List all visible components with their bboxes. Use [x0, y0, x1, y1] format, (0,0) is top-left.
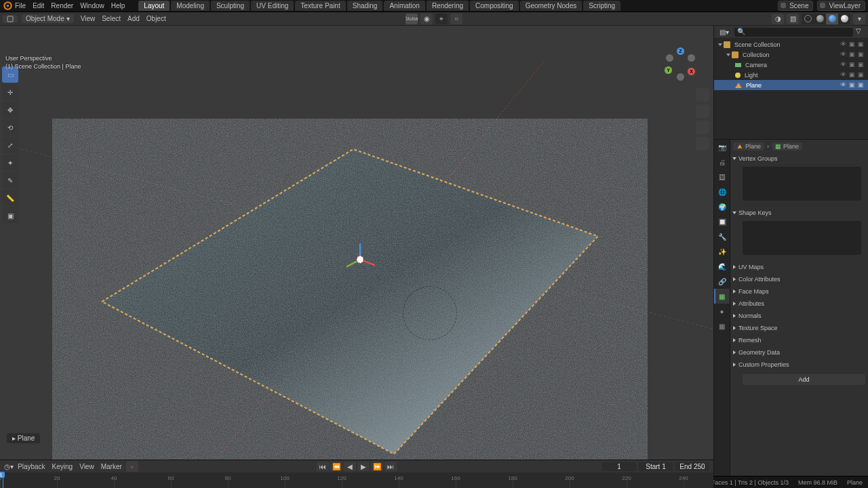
axis-z-icon[interactable]: Z	[677, 47, 684, 55]
plane-object[interactable]	[102, 149, 597, 454]
tool-scale[interactable]: ⤢	[2, 137, 18, 153]
tool-measure[interactable]: 📏	[2, 190, 18, 206]
snap-toggle[interactable]: ⌖	[435, 14, 448, 24]
viewlayer-selector[interactable]: ViewLayer	[817, 1, 865, 11]
outliner-search[interactable]: 🔍	[734, 28, 853, 37]
axis-neg-x-icon[interactable]	[666, 54, 673, 62]
prop-tab-world[interactable]: 🌍	[714, 199, 730, 214]
viewport-menu-select[interactable]: Select	[102, 15, 121, 22]
workspace-tab-uv-editing[interactable]: UV Editing	[251, 1, 294, 11]
hide-icon[interactable]: 👁	[840, 41, 848, 48]
viewport-disable-icon[interactable]: ▣	[849, 81, 856, 89]
panel-header-attributes[interactable]: Attributes	[733, 298, 865, 309]
auto-key-toggle[interactable]: ●	[126, 461, 138, 472]
outliner-item-scene-collection[interactable]: Scene Collection👁▣▣	[714, 39, 868, 49]
interaction-mode[interactable]: Object Mode ▾	[22, 14, 74, 23]
proportional-edit[interactable]: ○	[450, 14, 462, 24]
axis-neg-z-icon[interactable]	[677, 73, 684, 81]
shading-solid[interactable]	[814, 14, 826, 24]
perspective-toggle-icon[interactable]	[696, 137, 709, 150]
prop-tab-render[interactable]: 📷	[714, 140, 730, 155]
play[interactable]: ▶	[357, 462, 370, 471]
render-disable-icon[interactable]: ▣	[858, 61, 865, 68]
jump-to-end[interactable]: ⏭	[384, 462, 397, 471]
outliner-item-light[interactable]: Light👁▣▣	[714, 70, 868, 80]
jump-to-start[interactable]: ⏮	[317, 462, 329, 471]
panel-header-vertex_groups[interactable]: Vertex Groups	[733, 153, 865, 164]
viewport-disable-icon[interactable]: ▣	[849, 41, 856, 48]
hide-icon[interactable]: 👁	[840, 81, 848, 89]
prop-tab-texture[interactable]: ▦	[714, 319, 730, 333]
render-disable-icon[interactable]: ▣	[858, 71, 865, 79]
pan-icon[interactable]	[696, 104, 709, 118]
menu-help[interactable]: Help	[111, 2, 125, 9]
panel-header-uv_maps[interactable]: UV Maps	[733, 262, 865, 272]
navigation-gizmo[interactable]: X Y Z	[662, 46, 698, 83]
prop-tab-viewlayer[interactable]: 🖼	[714, 169, 730, 184]
shading-mode-switcher[interactable]	[802, 14, 850, 24]
timeline-menu-keying[interactable]: Keying	[52, 463, 73, 470]
axis-x-icon[interactable]: X	[688, 68, 695, 75]
crumb-data[interactable]: ▦Plane	[772, 142, 802, 150]
outliner-item-plane[interactable]: Plane👁▣▣	[714, 80, 868, 90]
start-frame-field[interactable]: Start 1	[639, 462, 673, 471]
timeline-menu-playback[interactable]: Playback	[18, 463, 45, 470]
render-disable-icon[interactable]: ▣	[858, 51, 865, 58]
listbox-vertex_groups[interactable]	[743, 167, 861, 201]
axis-neg-y-icon[interactable]	[688, 54, 695, 62]
add-button[interactable]: Add	[743, 374, 865, 385]
panel-header-shape_keys[interactable]: Shape Keys	[733, 207, 865, 218]
timeline-editor-type[interactable]: ◷▾	[4, 463, 14, 470]
tool-rotate[interactable]: ⟲	[2, 119, 18, 136]
viewport-disable-icon[interactable]: ▣	[849, 71, 856, 79]
hide-icon[interactable]: 👁	[840, 71, 848, 79]
viewport-menu-view[interactable]: View	[81, 15, 96, 22]
hide-icon[interactable]: 👁	[840, 61, 848, 68]
prop-tab-object[interactable]: 🔲	[714, 214, 730, 229]
workspace-tab-shading[interactable]: Shading	[347, 1, 383, 11]
prop-tab-physics[interactable]: 🌊	[714, 259, 730, 274]
timeline-track[interactable]: 020406080100120140160180200220240	[0, 472, 713, 488]
workspace-tab-compositing[interactable]: Compositing	[470, 1, 519, 11]
outliner-display-mode[interactable]: ▤▾	[717, 28, 732, 37]
prop-tab-output[interactable]: 🖨	[714, 155, 730, 169]
crumb-object[interactable]: Plane	[733, 142, 764, 150]
tool-cursor[interactable]: ✛	[2, 84, 18, 100]
prop-tab-material[interactable]: ●	[714, 304, 730, 319]
keyframe-next[interactable]: ⏩	[371, 462, 383, 471]
panel-header-remesh[interactable]: Remesh	[733, 335, 865, 346]
last-operator-panel[interactable]: ▸ Plane	[7, 433, 40, 443]
shading-material-preview[interactable]	[826, 14, 838, 24]
menu-file[interactable]: File	[15, 2, 26, 9]
tool-move[interactable]: ✥	[2, 102, 18, 118]
scene-selector[interactable]: Scene	[778, 1, 813, 11]
render-disable-icon[interactable]: ▣	[858, 81, 865, 89]
viewport-disable-icon[interactable]: ▣	[849, 61, 856, 68]
axis-y-icon[interactable]: Y	[665, 66, 672, 74]
viewport-menu-object[interactable]: Object	[146, 15, 166, 22]
editor-type-selector[interactable]	[3, 15, 18, 23]
workspace-tab-scripting[interactable]: Scripting	[583, 1, 620, 11]
workspace-tab-rendering[interactable]: Rendering	[427, 1, 469, 11]
tool-annotate[interactable]: ✎	[2, 172, 18, 188]
prop-tab-particles[interactable]: ✨	[714, 244, 730, 259]
listbox-shape_keys[interactable]	[743, 221, 861, 255]
render-disable-icon[interactable]: ▣	[858, 41, 865, 48]
shading-rendered[interactable]	[838, 14, 850, 24]
timeline-menu-view[interactable]: View	[79, 463, 94, 470]
show-overlays[interactable]: ◑	[772, 14, 784, 24]
panel-header-geometry_data[interactable]: Geometry Data	[733, 347, 865, 358]
zoom-icon[interactable]	[696, 88, 709, 102]
panel-header-face_maps[interactable]: Face Maps	[733, 286, 865, 297]
tool-transform[interactable]: ✦	[2, 155, 18, 171]
menu-render[interactable]: Render	[51, 2, 73, 9]
outliner-item-camera[interactable]: Camera👁▣▣	[714, 60, 868, 70]
camera-view-icon[interactable]	[696, 121, 709, 134]
workspace-tab-sculpting[interactable]: Sculpting	[211, 1, 250, 11]
playhead[interactable]	[3, 472, 3, 488]
panel-header-tex_space[interactable]: Texture Space	[733, 323, 865, 333]
keyframe-prev[interactable]: ⏪	[330, 462, 342, 471]
transform-orientation[interactable]: Global	[406, 14, 418, 24]
menu-window[interactable]: Window	[80, 2, 104, 9]
outliner-tree[interactable]: Scene Collection👁▣▣Collection👁▣▣Camera👁▣…	[714, 38, 868, 139]
